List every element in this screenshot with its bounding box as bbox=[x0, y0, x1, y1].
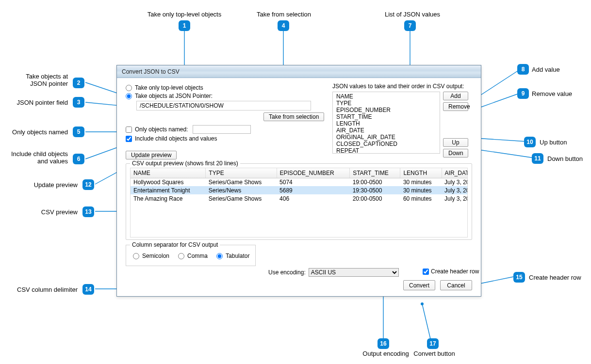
table-cell: 19:30-0500 bbox=[350, 186, 400, 194]
callout-16-label: Output encoding bbox=[359, 350, 412, 357]
encoding-label: Use encoding: bbox=[268, 269, 306, 276]
table-cell: July 3, 2003 bbox=[442, 186, 468, 194]
callout-6-label: Include child objects and values bbox=[0, 150, 68, 165]
table-cell: July 3, 2003 bbox=[442, 178, 468, 186]
dialog-title: Convert JSON to CSV bbox=[117, 65, 481, 78]
json-value-item[interactable]: EPISODE_NUMBER bbox=[336, 107, 437, 113]
svg-line-22 bbox=[476, 93, 520, 109]
only-objects-named-input[interactable] bbox=[193, 125, 251, 134]
callout-15-bubble: 15 bbox=[513, 272, 525, 283]
radio-json-pointer[interactable] bbox=[126, 93, 132, 99]
down-button[interactable]: Down bbox=[443, 149, 468, 158]
callout-13-label: CSV preview bbox=[34, 208, 78, 216]
callout-9-label: Remove value bbox=[532, 90, 572, 97]
csv-preview-table: NAMETYPEEPISODE_NUMBERSTART_TIMELENGTHAI… bbox=[131, 168, 468, 203]
table-cell: 5074 bbox=[277, 178, 350, 186]
callout-2-label: Take objects at JSON pointer bbox=[5, 73, 68, 87]
callout-1-label: Take only top-level objects bbox=[146, 11, 223, 18]
table-cell: 30 minutes bbox=[400, 186, 442, 194]
only-objects-named-check[interactable] bbox=[126, 127, 132, 133]
json-value-item[interactable]: NAME bbox=[336, 93, 437, 100]
callout-7-bubble: 7 bbox=[404, 20, 416, 31]
table-cell: The Amazing Race bbox=[131, 194, 206, 203]
callout-17-label: Convert button bbox=[408, 350, 461, 357]
callout-7-label: List of JSON values bbox=[383, 11, 442, 18]
json-value-item[interactable]: AIR_DATE bbox=[336, 127, 437, 134]
separator-title: Column separator for CSV output bbox=[130, 241, 220, 248]
convert-button[interactable]: Convert bbox=[403, 280, 435, 290]
json-values-list[interactable]: NAMETYPEEPISODE_NUMBERSTART_TIMELENGTHAI… bbox=[332, 92, 440, 154]
table-cell: 19:00-0500 bbox=[350, 178, 400, 186]
up-button[interactable]: Up bbox=[443, 138, 468, 147]
include-children-label: Include child objects and values bbox=[135, 135, 217, 142]
sep-comma-label: Comma bbox=[187, 253, 208, 259]
json-value-item[interactable]: START_TIME bbox=[336, 113, 437, 120]
preview-column-header[interactable]: AIR_DATE bbox=[442, 168, 468, 178]
table-cell: July 3, 2003 bbox=[442, 194, 468, 203]
callout-9-bubble: 9 bbox=[517, 88, 529, 99]
preview-column-header[interactable]: TYPE bbox=[206, 168, 277, 178]
json-value-item[interactable]: REPEAT bbox=[336, 147, 437, 154]
callout-14-bubble: 14 bbox=[82, 284, 94, 295]
values-list-title: JSON values to take and their order in C… bbox=[332, 83, 474, 90]
callout-17-bubble: 17 bbox=[427, 338, 439, 349]
table-cell: 30 minutes bbox=[400, 178, 442, 186]
table-cell: 5689 bbox=[277, 186, 350, 194]
json-value-item[interactable]: ORIGINAL_AIR_DATE bbox=[336, 134, 437, 141]
callout-5-label: Only objects named bbox=[5, 128, 68, 136]
take-from-selection-button[interactable]: Take from selection bbox=[263, 112, 324, 121]
remove-button[interactable]: Remove bbox=[443, 102, 468, 111]
svg-line-26 bbox=[476, 149, 535, 158]
sep-semicolon-radio[interactable] bbox=[133, 253, 139, 259]
include-children-check[interactable] bbox=[126, 136, 132, 142]
csv-preview-scroll[interactable]: NAMETYPEEPISODE_NUMBERSTART_TIMELENGTHAI… bbox=[130, 168, 468, 237]
csv-preview-group: CSV output preview (shows first 20 lines… bbox=[126, 163, 472, 240]
callout-11-bubble: 11 bbox=[532, 153, 543, 164]
cancel-button[interactable]: Cancel bbox=[440, 280, 472, 290]
svg-point-33 bbox=[421, 302, 424, 305]
callout-5-bubble: 5 bbox=[73, 127, 84, 137]
convert-dialog: Convert JSON to CSV Take only top-level … bbox=[116, 65, 481, 297]
add-button[interactable]: Add bbox=[443, 92, 468, 100]
table-row[interactable]: Entertainment TonightSeries/News568919:3… bbox=[131, 186, 468, 194]
create-header-row-check[interactable] bbox=[423, 269, 429, 275]
callout-1-bubble: 1 bbox=[179, 20, 190, 31]
only-objects-named-label: Only objects named: bbox=[135, 126, 188, 133]
callout-12-label: Update preview bbox=[24, 181, 78, 189]
callout-3-bubble: 3 bbox=[73, 97, 84, 108]
preview-column-header[interactable]: NAME bbox=[131, 168, 206, 178]
callout-4-bubble: 4 bbox=[278, 20, 289, 31]
callout-2-bubble: 2 bbox=[73, 78, 84, 88]
sep-tab-radio[interactable] bbox=[216, 253, 223, 259]
table-cell: 60 minutes bbox=[400, 194, 442, 203]
create-header-row-label: Create header row bbox=[431, 268, 479, 275]
table-cell: Hollywood Squares bbox=[131, 178, 206, 186]
sep-tab-label: Tabulator bbox=[226, 253, 249, 259]
update-preview-button[interactable]: Update preview bbox=[126, 151, 177, 159]
csv-preview-title: CSV output preview (shows first 20 lines… bbox=[130, 160, 240, 167]
radio-json-pointer-label: Take objects at JSON Pointer: bbox=[135, 93, 213, 99]
table-row[interactable]: The Amazing RaceSeries/Game Shows40620:0… bbox=[131, 194, 468, 203]
callout-6-bubble: 6 bbox=[73, 154, 84, 164]
callout-8-bubble: 8 bbox=[517, 64, 529, 75]
table-row[interactable]: Hollywood SquaresSeries/Game Shows507419… bbox=[131, 178, 468, 186]
radio-top-level[interactable] bbox=[126, 85, 132, 91]
table-cell: Entertainment Tonight bbox=[131, 186, 206, 194]
preview-column-header[interactable]: START_TIME bbox=[350, 168, 400, 178]
sep-comma-radio[interactable] bbox=[178, 253, 184, 259]
encoding-select[interactable]: ASCII US bbox=[309, 268, 399, 277]
json-value-item[interactable]: CLOSED_CAPTIONED bbox=[336, 141, 437, 147]
table-cell: Series/Game Shows bbox=[206, 194, 277, 203]
json-value-item[interactable]: LENGTH bbox=[336, 120, 437, 127]
callout-12-bubble: 12 bbox=[82, 179, 94, 190]
callout-13-bubble: 13 bbox=[82, 206, 94, 217]
sep-semicolon-label: Semicolon bbox=[142, 253, 169, 259]
radio-top-level-label: Take only top-level objects bbox=[135, 84, 203, 91]
preview-column-header[interactable]: EPISODE_NUMBER bbox=[277, 168, 350, 178]
callout-3-label: JSON pointer field bbox=[5, 99, 68, 106]
json-pointer-input[interactable]: /SCHEDULE/STATION/0/SHOW bbox=[136, 101, 311, 111]
table-cell: 20:00-0500 bbox=[350, 194, 400, 203]
preview-column-header[interactable]: LENGTH bbox=[400, 168, 442, 178]
svg-line-24 bbox=[476, 138, 527, 142]
json-value-item[interactable]: TYPE bbox=[336, 100, 437, 107]
